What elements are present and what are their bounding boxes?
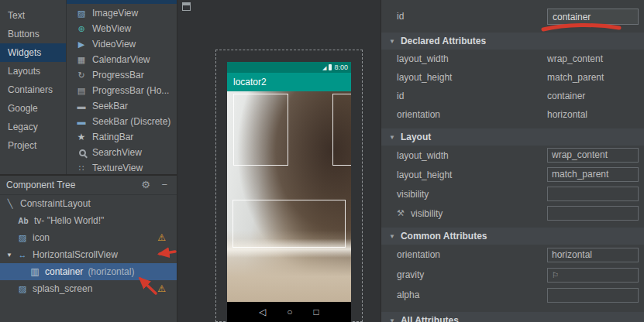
tree-item-label: icon <box>33 232 50 243</box>
chevron-down-icon: ▼ <box>389 317 395 322</box>
design-surface[interactable]: ◢ 8:00 locator2 ◁ ○ □ <box>177 0 381 322</box>
orientation-dropdown[interactable]: horizontal <box>547 248 639 262</box>
ratingbar-icon: ★ <box>76 132 87 142</box>
editor-panel-icon[interactable] <box>182 2 191 11</box>
palette-item-videoview[interactable]: ▶ VideoView <box>67 36 177 52</box>
section-title: Declared Attributes <box>401 36 486 46</box>
webview-icon: ⊕ <box>76 23 87 34</box>
alpha-field[interactable] <box>547 288 639 303</box>
signal-icon: ◢ <box>322 65 326 70</box>
id-input[interactable]: container <box>547 9 639 25</box>
attr-label: layout_width <box>397 53 547 64</box>
view-bounds-rect[interactable] <box>232 200 346 248</box>
palette-item-progressbar-horizontal[interactable]: ▤ ProgressBar (Ho... <box>67 83 177 98</box>
chevron-down-icon: ▼ <box>389 233 395 240</box>
device-preview[interactable]: ◢ 8:00 locator2 ◁ ○ □ <box>227 62 351 322</box>
attr-row-layout-width: layout_width wrap_content <box>381 50 644 68</box>
tree-item-container[interactable]: ▥ container (horizontal) <box>0 263 177 280</box>
tree-item-textview[interactable]: Ab tv- "Hello World!" <box>0 212 177 229</box>
attr-value[interactable]: wrap_content <box>547 53 603 64</box>
nav-recent-icon[interactable]: □ <box>314 307 319 317</box>
attr-value[interactable]: match_parent <box>547 72 604 83</box>
linearlayout-horizontal-icon: ▥ <box>29 266 40 277</box>
palette-item-imageview[interactable]: ▨ ImageView <box>67 5 177 21</box>
videoview-icon: ▶ <box>76 39 87 50</box>
chevron-down-icon: ▼ <box>389 38 395 45</box>
attr-row-layout-width-combo: layout_width wrap_content <box>381 146 644 165</box>
palette-category-google[interactable]: Google <box>0 99 66 118</box>
section-common-attributes[interactable]: ▼ Common Attributes <box>381 228 644 245</box>
chevron-down-icon: ▼ <box>389 134 395 141</box>
tree-item-constraintlayout[interactable]: ╲ ConstraintLayout <box>0 195 177 212</box>
warning-icon[interactable]: ⚠ <box>157 232 166 243</box>
attr-label: gravity <box>397 269 547 280</box>
layout-width-dropdown[interactable]: wrap_content <box>547 148 639 163</box>
visibility-dropdown[interactable] <box>547 187 639 201</box>
chevron-down-icon[interactable]: ▼ <box>6 252 12 259</box>
palette-item-label: RatingBar <box>92 132 133 142</box>
palette-item-progressbar[interactable]: ↻ ProgressBar <box>67 67 177 83</box>
attr-label: orientation <box>397 249 547 260</box>
palette-category-containers[interactable]: Containers <box>0 80 66 99</box>
progressbar-icon: ↻ <box>76 70 87 80</box>
palette-category-text[interactable]: Text <box>0 6 66 25</box>
attr-label: layout_height <box>397 170 547 180</box>
palette-item-label: ProgressBar (Ho... <box>92 85 169 96</box>
section-declared-attributes[interactable]: ▼ Declared Attributes <box>381 33 644 50</box>
warning-icon[interactable]: ⚠ <box>157 283 166 294</box>
minimize-icon[interactable]: − <box>161 176 167 194</box>
attr-row-orientation-combo: orientation horizontal <box>381 245 644 265</box>
seekbar-icon: ▬ <box>76 101 87 111</box>
palette-item-webview[interactable]: ⊕ WebView <box>67 21 177 36</box>
attr-row-gravity: gravity ⚐ <box>381 265 644 285</box>
palette-item-partially-scrolled[interactable] <box>67 0 177 4</box>
layout-height-dropdown[interactable]: match_parent <box>547 167 639 182</box>
textview-icon: Ab <box>17 217 29 225</box>
palette-item-label: SeekBar (Discrete) <box>92 116 170 127</box>
nav-back-icon[interactable]: ◁ <box>259 307 266 317</box>
view-bounds-rect[interactable] <box>233 94 288 166</box>
palette-category-legacy[interactable]: Legacy <box>0 118 66 136</box>
tree-item-label: HorizontalScrollView <box>33 249 118 260</box>
constraintlayout-icon: ╲ <box>5 199 15 209</box>
attr-value[interactable]: horizontal <box>547 109 587 120</box>
background-photo[interactable] <box>227 91 351 302</box>
imageview-icon: ▨ <box>17 284 28 294</box>
palette-item-searchview[interactable]: SearchView <box>67 145 177 160</box>
palette-item-seekbar-discrete[interactable]: ▬ SeekBar (Discrete) <box>67 114 177 129</box>
palette-widget-list: ▨ ImageView ⊕ WebView ▶ VideoView ▦ Cale… <box>67 0 177 174</box>
section-title: Layout <box>401 132 431 142</box>
flag-icon[interactable]: ⚐ <box>552 269 559 282</box>
attr-value[interactable]: container <box>547 91 585 101</box>
palette-item-label: SeekBar <box>92 101 128 111</box>
tree-item-icon[interactable]: ▨ icon ⚠ <box>0 229 177 246</box>
palette-item-seekbar[interactable]: ▬ SeekBar <box>67 98 177 114</box>
palette-item-ratingbar[interactable]: ★ RatingBar <box>67 129 177 145</box>
gear-icon[interactable]: ⚙ <box>141 176 150 194</box>
section-title: All Attributes <box>401 315 459 322</box>
tree-item-suffix: (horizontal) <box>88 266 134 277</box>
palette-item-calendarview[interactable]: ▦ CalendarView <box>67 52 177 67</box>
tree-item-splash-screen[interactable]: ▨ splash_screen ⚠ <box>0 280 177 297</box>
section-all-attributes[interactable]: ▼ All Attributes <box>381 312 644 322</box>
section-layout[interactable]: ▼ Layout <box>381 128 644 146</box>
imageview-icon: ▨ <box>76 8 87 19</box>
nav-home-icon[interactable]: ○ <box>287 307 292 317</box>
horizontal-scrollview-icon: ↔ <box>17 250 28 259</box>
attributes-panel: id container ▼ Declared Attributes layou… <box>381 0 644 322</box>
tools-visibility-dropdown[interactable] <box>547 206 639 221</box>
tree-item-horizontalscrollview[interactable]: ▼ ↔ HorizontalScrollView <box>0 246 177 263</box>
device-status-bar: ◢ 8:00 <box>227 62 351 73</box>
palette-item-textureview[interactable]: ∷ TextureView <box>67 160 177 176</box>
gravity-field[interactable]: ⚐ <box>547 268 639 283</box>
palette-item-label: WebView <box>92 23 131 34</box>
palette-category-widgets[interactable]: Widgets <box>0 43 66 62</box>
attr-label: visibility <box>411 208 547 219</box>
attr-label: orientation <box>397 109 547 120</box>
view-bounds-rect[interactable] <box>332 94 351 166</box>
palette-category-buttons[interactable]: Buttons <box>0 25 66 43</box>
palette-category-project[interactable]: Project <box>0 136 66 155</box>
palette-item-label: TextureView <box>92 163 143 173</box>
attr-label: alpha <box>397 289 547 300</box>
palette-category-layouts[interactable]: Layouts <box>0 62 66 80</box>
